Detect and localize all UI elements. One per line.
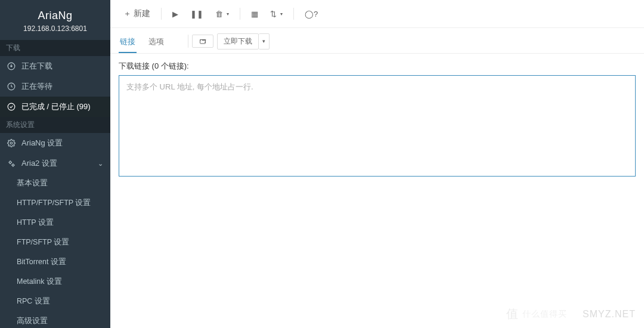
sidebar-item-label: Metalink 设置 (17, 277, 103, 287)
sidebar-brand: AriaNg 192.168.0.123:6801 (0, 0, 110, 40)
sidebar-item-ariang-settings[interactable]: AriaNg 设置 (0, 133, 110, 153)
sidebar-item-ftp-sftp[interactable]: FTP/SFTP 设置 (0, 233, 110, 252)
svg-point-5 (12, 164, 14, 166)
sidebar-item-label: 已完成 / 已停止 (99) (21, 101, 103, 112)
sidebar-item-http-ftp-sftp[interactable]: HTTP/FTP/SFTP 设置 (0, 193, 110, 213)
view-toggle-button[interactable]: ▦ (246, 7, 263, 21)
open-file-button[interactable] (192, 35, 213, 48)
sidebar-item-downloading[interactable]: 正在下载 (0, 56, 110, 76)
folder-open-icon (199, 38, 207, 45)
server-address: 192.168.0.123:6801 (0, 24, 110, 33)
watermark: 值 什么值得买 SMYZ.NET (506, 306, 636, 322)
sidebar-item-label: 基本设置 (17, 178, 103, 188)
main-area: ＋ 新建 ▶ ❚❚ 🗑▾ ▦ ⇅▾ ◯? 链接 选项 立即下载 ▾ 下载链接 (… (110, 0, 644, 328)
caret-down-icon: ▾ (280, 11, 283, 17)
tab-options[interactable]: 选项 (147, 33, 165, 53)
sidebar-item-label: AriaNg 设置 (21, 138, 103, 148)
divider (188, 35, 188, 48)
sidebar-item-http[interactable]: HTTP 设置 (0, 213, 110, 233)
sidebar-section-system: 系统设置 (0, 117, 110, 133)
grid-icon: ▦ (251, 10, 258, 18)
sidebar-item-label: 正在下载 (21, 61, 103, 72)
sidebar-item-basic[interactable]: 基本设置 (0, 174, 110, 193)
divider (293, 8, 294, 20)
sidebar-item-label: FTP/SFTP 设置 (17, 237, 103, 247)
sidebar-item-label: Aria2 设置 (21, 158, 92, 169)
watermark-logo: 值 (506, 306, 519, 322)
sidebar-item-label: RPC 设置 (17, 296, 103, 307)
sidebar: AriaNg 192.168.0.123:6801 下载 正在下载 正在等待 已… (0, 0, 110, 328)
caret-down-icon: ▾ (227, 11, 229, 17)
gear-icon (7, 139, 16, 147)
sort-icon: ⇅ (270, 10, 277, 18)
tabs-actions: 立即下载 ▾ (188, 33, 270, 53)
sidebar-item-metalink[interactable]: Metalink 设置 (0, 272, 110, 292)
help-button[interactable]: ◯? (300, 7, 323, 21)
sidebar-item-label: 高级设置 (17, 316, 103, 326)
divider (240, 8, 240, 20)
sidebar-item-label: BitTorrent 设置 (17, 257, 103, 267)
sidebar-item-advanced[interactable]: 高级设置 (0, 311, 110, 328)
sidebar-item-label: HTTP/FTP/SFTP 设置 (17, 198, 103, 208)
app-title: AriaNg (0, 10, 110, 22)
clock-icon (7, 82, 16, 91)
sidebar-item-aria2-settings[interactable]: Aria2 设置 ⌄ (0, 153, 110, 174)
links-textarea[interactable] (119, 75, 636, 177)
svg-point-2 (8, 103, 15, 110)
content-area: 下载链接 (0 个链接): (110, 54, 644, 328)
sidebar-item-label: 正在等待 (21, 81, 103, 92)
sidebar-item-bittorrent[interactable]: BitTorrent 设置 (0, 252, 110, 272)
toolbar: ＋ 新建 ▶ ❚❚ 🗑▾ ▦ ⇅▾ ◯? (110, 0, 644, 28)
help-icon: ◯? (305, 10, 318, 18)
tabs-row: 链接 选项 立即下载 ▾ (110, 28, 644, 54)
pause-button[interactable]: ❚❚ (185, 7, 208, 21)
sidebar-section-downloads: 下载 (0, 40, 110, 56)
divider (161, 8, 162, 20)
sidebar-item-finished[interactable]: 已完成 / 已停止 (99) (0, 97, 110, 117)
sidebar-item-waiting[interactable]: 正在等待 (0, 76, 110, 97)
start-button[interactable]: ▶ (168, 7, 183, 21)
chevron-down-icon: ⌄ (98, 160, 103, 168)
play-icon: ▶ (172, 10, 178, 18)
sidebar-item-label: HTTP 设置 (17, 218, 103, 228)
links-label: 下载链接 (0 个链接): (119, 61, 636, 72)
watermark-text: SMYZ.NET (583, 309, 636, 320)
check-circle-icon (7, 103, 16, 111)
svg-point-3 (10, 142, 13, 144)
download-now-dropdown[interactable]: ▾ (259, 33, 270, 49)
delete-button[interactable]: 🗑▾ (210, 7, 234, 21)
aria2-settings-submenu: 基本设置 HTTP/FTP/SFTP 设置 HTTP 设置 FTP/SFTP 设… (0, 174, 110, 328)
gears-icon (7, 159, 16, 168)
svg-point-4 (10, 162, 12, 164)
download-now-split-button: 立即下载 ▾ (217, 33, 270, 49)
tab-links[interactable]: 链接 (119, 33, 137, 53)
download-now-button[interactable]: 立即下载 (217, 33, 259, 49)
down-arrow-icon (7, 62, 16, 70)
button-label: 新建 (134, 8, 150, 19)
caret-down-icon: ▾ (262, 38, 265, 44)
sidebar-item-rpc[interactable]: RPC 设置 (0, 292, 110, 311)
plus-icon: ＋ (123, 8, 131, 19)
sort-button[interactable]: ⇅▾ (265, 7, 287, 21)
trash-icon: 🗑 (215, 10, 223, 18)
new-button[interactable]: ＋ 新建 (119, 6, 155, 21)
pause-icon: ❚❚ (190, 10, 203, 18)
